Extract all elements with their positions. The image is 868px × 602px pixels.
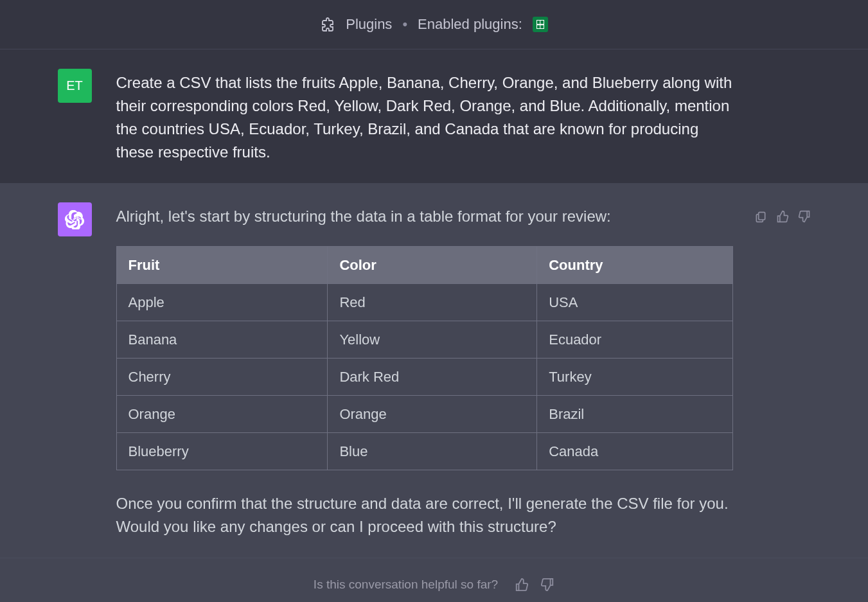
feedback-prompt: Is this conversation helpful so far? [314,578,498,592]
copy-icon[interactable] [754,210,767,223]
thumbs-up-icon[interactable] [776,210,789,223]
plugin-puzzle-icon [320,17,335,32]
fruits-table: Fruit Color Country Apple Red USA Banana… [116,246,733,470]
user-avatar: ET [58,69,92,103]
user-message-text: Create a CSV that lists the fruits Apple… [116,69,733,164]
message-actions [754,210,811,223]
feedback-thumbs-down-icon[interactable] [540,578,554,592]
feedback-bar: Is this conversation helpful so far? [0,558,868,602]
header-bar: Plugins • Enabled plugins: [0,0,868,49]
separator-dot: • [402,16,407,33]
assistant-outro-text: Once you confirm that the structure and … [116,492,733,538]
assistant-avatar [58,202,92,236]
openai-logo-icon [65,210,84,229]
table-row: Blueberry Blue Canada [116,433,732,470]
col-fruit: Fruit [116,247,328,284]
assistant-intro-text: Alright, let's start by structuring the … [116,205,733,228]
assistant-message: Alright, let's start by structuring the … [0,183,868,558]
table-row: Cherry Dark Red Turkey [116,359,732,396]
table-row: Apple Red USA [116,284,732,321]
svg-rect-0 [758,212,765,220]
feedback-thumbs-up-icon[interactable] [515,578,529,592]
table-row: Orange Orange Brazil [116,396,732,433]
enabled-plugins-label: Enabled plugins: [418,16,522,33]
user-avatar-initials: ET [66,78,83,93]
col-country: Country [537,247,732,284]
table-header-row: Fruit Color Country [116,247,732,284]
sheets-plugin-icon[interactable] [533,17,548,32]
user-message: ET Create a CSV that lists the fruits Ap… [0,49,868,183]
col-color: Color [328,247,537,284]
plugins-label: Plugins [346,16,392,33]
thumbs-down-icon[interactable] [798,210,811,223]
table-row: Banana Yellow Ecuador [116,321,732,359]
